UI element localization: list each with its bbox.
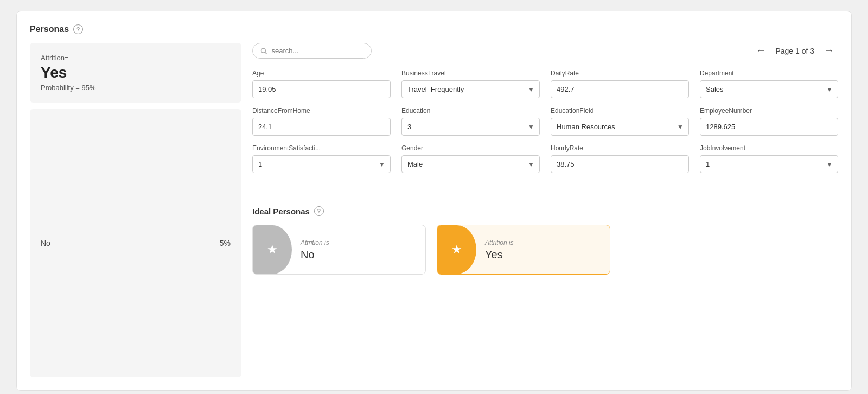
field-label-5: Education <box>401 107 540 115</box>
main-container: Personas ? Attrition= Yes Probability = … <box>16 11 852 391</box>
attrition-yes-value: Yes <box>41 64 231 81</box>
field-group-education: Education12345▼ <box>401 107 540 136</box>
top-bar: ← Page 1 of 3 → <box>252 43 838 59</box>
field-group-gender: GenderMaleFemale▼ <box>401 144 540 173</box>
field-select-wrapper-9: MaleFemale▼ <box>401 155 540 173</box>
field-label-2: DailyRate <box>551 69 689 77</box>
field-group-environmentsatisfacti: EnvironmentSatisfacti...1234▼ <box>252 144 391 173</box>
field-select-11[interactable]: 1234 <box>700 155 838 173</box>
ideal-personas-help-icon[interactable]: ? <box>314 206 324 216</box>
field-select-wrapper-11: 1234▼ <box>700 155 838 173</box>
ideal-card-icon-no: ★ <box>253 225 292 274</box>
field-label-1: BusinessTravel <box>401 69 540 77</box>
ideal-card-sub-no: Attrition is <box>301 239 417 246</box>
field-label-11: JobInvolvement <box>700 144 838 152</box>
field-label-6: EducationField <box>551 107 689 115</box>
field-input-7[interactable] <box>700 118 838 136</box>
field-group-educationfield: EducationFieldHuman ResourcesLife Scienc… <box>551 107 689 136</box>
field-select-wrapper-6: Human ResourcesLife SciencesMarketingMed… <box>551 118 689 136</box>
field-select-6[interactable]: Human ResourcesLife SciencesMarketingMed… <box>551 118 689 136</box>
personas-title: Personas <box>30 24 69 34</box>
field-input-0[interactable] <box>252 80 391 98</box>
ideal-card-main-no: No <box>301 249 417 261</box>
field-select-9[interactable]: MaleFemale <box>401 155 540 173</box>
field-label-3: Department <box>700 69 838 77</box>
ideal-card-icon-yes: ★ <box>437 225 476 274</box>
divider <box>252 195 838 195</box>
field-input-4[interactable] <box>252 118 391 136</box>
attrition-label: Attrition= <box>41 54 231 62</box>
right-panel: ← Page 1 of 3 → AgeBusinessTravelTravel_… <box>252 43 838 377</box>
no-pct: 5% <box>220 239 231 247</box>
field-group-jobinvolvement: JobInvolvement1234▼ <box>700 144 838 173</box>
field-group-hourlyrate: HourlyRate <box>551 144 689 173</box>
no-label: No <box>41 239 50 247</box>
field-group-distancefromhome: DistanceFromHome <box>252 107 391 136</box>
search-icon <box>260 47 267 55</box>
prev-page-button[interactable]: ← <box>751 43 770 59</box>
field-group-businesstravel: BusinessTravelTravel_RarelyTravel_Freque… <box>401 69 540 98</box>
field-select-wrapper-1: Travel_RarelyTravel_FrequentlyNon-Travel… <box>401 80 540 98</box>
field-label-10: HourlyRate <box>551 144 689 152</box>
svg-line-1 <box>265 52 267 54</box>
star-icon-no: ★ <box>267 243 278 257</box>
field-group-department: DepartmentSalesResearch & DevelopmentHum… <box>700 69 838 98</box>
search-box <box>252 43 372 59</box>
content-row: Attrition= Yes Probability = 95% No 5% <box>30 43 838 377</box>
field-select-5[interactable]: 12345 <box>401 118 540 136</box>
field-label-8: EnvironmentSatisfacti... <box>252 144 391 152</box>
svg-point-0 <box>261 48 266 53</box>
pagination: ← Page 1 of 3 → <box>751 43 838 59</box>
field-input-2[interactable] <box>551 80 689 98</box>
field-group-employeenumber: EmployeeNumber <box>700 107 838 136</box>
field-group-age: Age <box>252 69 391 98</box>
field-select-1[interactable]: Travel_RarelyTravel_FrequentlyNon-Travel <box>401 80 540 98</box>
field-group-dailyrate: DailyRate <box>551 69 689 98</box>
ideal-personas-title: Ideal Personas <box>252 207 310 216</box>
field-label-7: EmployeeNumber <box>700 107 838 115</box>
field-input-10[interactable] <box>551 155 689 173</box>
field-label-9: Gender <box>401 144 540 152</box>
persona-card-yes: Attrition= Yes Probability = 95% <box>30 43 241 103</box>
field-select-wrapper-8: 1234▼ <box>252 155 391 173</box>
page-indicator: Page 1 of 3 <box>775 47 814 55</box>
left-panel: Attrition= Yes Probability = 95% No 5% <box>30 43 241 377</box>
field-label-0: Age <box>252 69 391 77</box>
fields-grid: AgeBusinessTravelTravel_RarelyTravel_Fre… <box>252 69 838 173</box>
field-select-8[interactable]: 1234 <box>252 155 391 173</box>
ideal-card-no[interactable]: ★Attrition isNo <box>252 225 426 275</box>
persona-card-no: No 5% <box>30 109 241 377</box>
page-title-row: Personas ? <box>30 24 838 34</box>
ideal-personas-section: Ideal Personas ? ★Attrition isNo★Attriti… <box>252 206 838 275</box>
ideal-card-main-yes: Yes <box>485 249 601 261</box>
field-select-wrapper-5: 12345▼ <box>401 118 540 136</box>
field-select-wrapper-3: SalesResearch & DevelopmentHuman Resourc… <box>700 80 838 98</box>
ideal-personas-title-row: Ideal Personas ? <box>252 206 838 216</box>
probability-label: Probability = 95% <box>41 84 231 92</box>
field-select-3[interactable]: SalesResearch & DevelopmentHuman Resourc… <box>700 80 838 98</box>
ideal-card-sub-yes: Attrition is <box>485 239 601 246</box>
ideal-card-content-yes: Attrition isYes <box>476 232 610 268</box>
ideal-card-yes[interactable]: ★Attrition isYes <box>437 225 610 275</box>
ideal-card-content-no: Attrition isNo <box>292 232 425 268</box>
ideal-personas-cards: ★Attrition isNo★Attrition isYes <box>252 225 838 275</box>
field-label-4: DistanceFromHome <box>252 107 391 115</box>
personas-help-icon[interactable]: ? <box>73 24 83 34</box>
search-input[interactable] <box>271 47 363 55</box>
star-icon-yes: ★ <box>451 243 462 257</box>
next-page-button[interactable]: → <box>820 43 838 59</box>
